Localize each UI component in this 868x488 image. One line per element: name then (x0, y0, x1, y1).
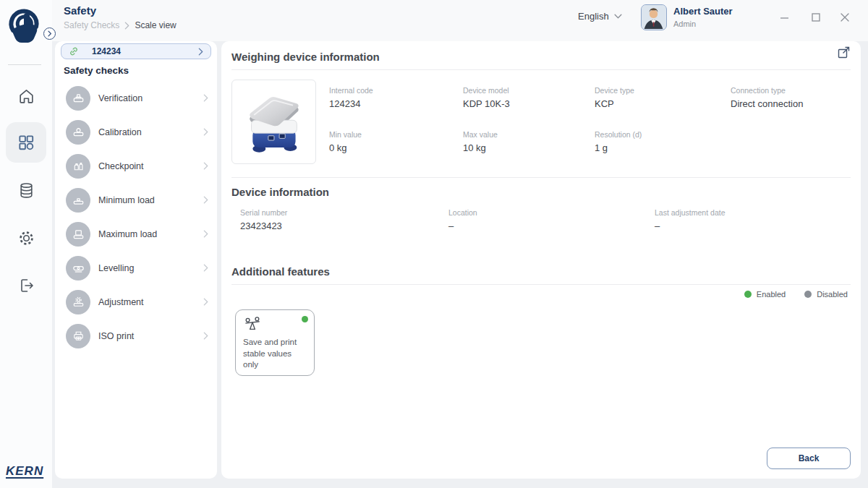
field-internal-code: Internal code 124234 (329, 86, 463, 109)
scale-image (236, 84, 312, 160)
language-selector[interactable]: English (578, 11, 622, 22)
list-item-adjustment[interactable]: Adjustment (55, 285, 217, 319)
enabled-dot-icon (744, 291, 752, 298)
device-photo (231, 80, 316, 164)
calibration-icon (66, 120, 90, 145)
device-info-fields: Serial number 23423423 Location – Last a… (240, 208, 857, 231)
rail-divider (8, 64, 41, 65)
chevron-right-icon (203, 196, 208, 204)
link-icon (69, 46, 79, 56)
panel-collapse-button[interactable] (43, 27, 56, 40)
top-bar: Safety Safety Checks Scale view English (0, 0, 868, 41)
checkpoint-icon (66, 154, 90, 179)
safety-checks-panel: 124234 Safety checks Verification Calibr… (55, 41, 217, 479)
field-max-value: Max value 10 kg (463, 130, 595, 153)
weighing-section-title: Weighing device information (231, 51, 380, 63)
safety-checks-list: Verification Calibration Checkpoint (55, 81, 217, 353)
field-resolution: Resolution (d) 1 g (595, 130, 731, 153)
expand-button[interactable] (836, 44, 852, 60)
sidebar-item-database[interactable] (6, 170, 46, 210)
breadcrumb: Safety Checks Scale view (64, 20, 176, 30)
gear-icon (17, 229, 35, 247)
sidebar-item-home[interactable] (6, 76, 46, 116)
levelling-icon (66, 256, 90, 281)
section-divider (231, 69, 851, 70)
device-info-section-title: Device information (231, 186, 329, 198)
close-button[interactable] (838, 10, 852, 25)
home-icon (17, 87, 35, 106)
chevron-right-icon (203, 94, 208, 102)
section-divider (231, 284, 851, 285)
user-avatar[interactable] (641, 4, 667, 30)
chevron-right-icon (203, 332, 208, 340)
chevron-right-icon (203, 264, 208, 272)
language-label: English (578, 11, 609, 22)
field-min-value: Min value 0 kg (329, 130, 463, 153)
maximum-load-icon (66, 222, 90, 247)
chevron-right-icon (198, 48, 203, 56)
database-icon (17, 181, 35, 200)
maximize-button[interactable] (809, 10, 823, 25)
field-device-model: Device model KDP 10K-3 (463, 86, 595, 109)
dashboard-grid-icon (17, 133, 35, 152)
legend-enabled: Enabled (744, 290, 786, 299)
field-location: Location – (448, 208, 655, 231)
features-section-title: Additional features (231, 265, 330, 278)
chevron-right-icon (124, 22, 129, 30)
balance-scale-icon (243, 317, 307, 333)
status-legend: Enabled Disabled (744, 290, 848, 299)
device-code-chip[interactable]: 124234 (61, 43, 211, 59)
page-title: Safety (64, 4, 96, 17)
safety-checks-title: Safety checks (64, 65, 129, 76)
chevron-right-icon (47, 30, 52, 37)
kern-brand-logo: KERN (6, 464, 43, 479)
device-code: 124234 (92, 46, 190, 56)
expand-icon (838, 46, 851, 59)
chevron-down-icon (614, 14, 622, 19)
minimize-button[interactable] (777, 10, 791, 25)
field-device-type: Device type KCP (595, 86, 731, 109)
feature-card-save-print-stable[interactable]: Save and print stable values only (235, 309, 315, 376)
list-item-levelling[interactable]: Levelling (55, 251, 217, 285)
list-item-calibration[interactable]: Calibration (55, 115, 217, 149)
adjustment-icon (66, 290, 90, 314)
user-name: Albert Sauter (673, 6, 733, 17)
list-item-maximum-load[interactable]: Maximum load (55, 217, 217, 251)
weighing-fields: Internal code 124234 Device model KDP 10… (329, 86, 854, 153)
sidebar-item-settings[interactable] (6, 218, 46, 258)
disabled-dot-icon (804, 291, 812, 298)
legend-disabled: Disabled (804, 290, 848, 299)
list-item-iso-print[interactable]: ISO print (55, 319, 217, 353)
verification-icon (66, 86, 90, 111)
sidebar-item-logout[interactable] (6, 265, 46, 306)
section-divider (231, 177, 851, 178)
app-logo (6, 4, 45, 44)
chevron-right-icon (203, 230, 208, 238)
sidebar-item-dashboard[interactable] (6, 122, 46, 163)
scale-view-panel: Weighing device information (221, 41, 861, 479)
enabled-status-dot (302, 316, 308, 322)
iso-print-icon (66, 324, 90, 348)
back-button[interactable]: Back (767, 448, 851, 469)
avatar-portrait (642, 5, 665, 29)
app-window: Safety Safety Checks Scale view English (0, 0, 868, 488)
chevron-right-icon (203, 298, 208, 306)
field-last-adjustment-date: Last adjustment date – (655, 208, 857, 231)
logout-icon (17, 277, 35, 294)
breadcrumb-current: Scale view (135, 20, 176, 30)
feature-card-label: Save and print stable values only (243, 337, 307, 371)
chevron-right-icon (203, 128, 208, 136)
field-serial-number: Serial number 23423423 (240, 208, 448, 231)
minimum-load-icon (66, 188, 90, 213)
field-connection-type: Connection type Direct connection (731, 86, 854, 109)
list-item-checkpoint[interactable]: Checkpoint (55, 149, 217, 183)
chevron-right-icon (203, 162, 208, 170)
breadcrumb-parent[interactable]: Safety Checks (64, 20, 119, 30)
user-role: Admin (673, 20, 696, 28)
list-item-minimum-load[interactable]: Minimum load (55, 183, 217, 217)
list-item-verification[interactable]: Verification (55, 81, 217, 115)
left-rail: KERN (0, 0, 52, 488)
